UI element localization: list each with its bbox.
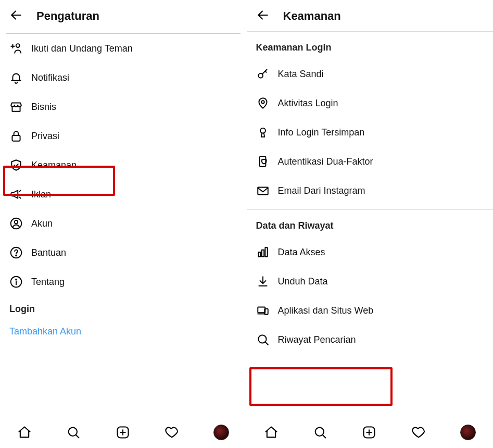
svg-rect-24 bbox=[259, 156, 266, 167]
item-label: Autentikasi Dua-Faktor bbox=[278, 156, 373, 167]
security-screen: Keamanan Keamanan Login Kata Sandi Aktiv… bbox=[247, 0, 494, 448]
search-icon[interactable] bbox=[313, 425, 327, 440]
info-icon bbox=[9, 275, 23, 289]
shield-check-icon bbox=[9, 158, 23, 172]
location-pin-icon bbox=[256, 96, 270, 110]
item-saved-login[interactable]: Info Login Tersimpan bbox=[247, 118, 494, 147]
item-privacy[interactable]: Privasi bbox=[0, 121, 247, 151]
back-icon[interactable] bbox=[9, 8, 23, 24]
svg-point-3 bbox=[16, 44, 20, 47]
svg-line-5 bbox=[20, 190, 21, 191]
item-label: Info Login Tersimpan bbox=[278, 127, 365, 138]
item-security[interactable]: Keamanan bbox=[0, 151, 247, 180]
svg-rect-4 bbox=[12, 135, 20, 141]
link-text: Tambahkan Akun bbox=[9, 326, 81, 337]
item-label: Bantuan bbox=[31, 247, 66, 258]
svg-line-16 bbox=[76, 434, 79, 438]
svg-point-13 bbox=[16, 279, 17, 280]
activity-icon[interactable] bbox=[165, 425, 179, 440]
keyhole-icon bbox=[256, 126, 270, 139]
settings-screen: Pengaturan Ikuti dan Undang Teman Notifi… bbox=[0, 0, 247, 448]
section-data-history: Data dan Riwayat bbox=[247, 210, 494, 238]
bell-icon bbox=[9, 71, 23, 84]
home-icon[interactable] bbox=[17, 425, 32, 440]
svg-point-11 bbox=[16, 255, 17, 256]
download-icon bbox=[256, 275, 270, 288]
bar-chart-icon bbox=[256, 245, 270, 259]
item-label: Notifikasi bbox=[31, 72, 69, 83]
megaphone-icon bbox=[9, 188, 23, 201]
item-ads[interactable]: Iklan bbox=[0, 180, 247, 209]
svg-point-22 bbox=[261, 101, 264, 103]
item-follow-invite[interactable]: Ikuti dan Undang Teman bbox=[0, 34, 247, 63]
item-login-activity[interactable]: Aktivitas Login bbox=[247, 89, 494, 118]
item-label: Email Dari Instagram bbox=[278, 185, 365, 196]
svg-line-37 bbox=[323, 434, 326, 438]
item-label: Keamanan bbox=[31, 160, 77, 171]
svg-rect-31 bbox=[258, 307, 265, 313]
login-heading: Login bbox=[0, 296, 247, 319]
add-person-icon bbox=[9, 42, 23, 55]
add-account-link[interactable]: Tambahkan Akun bbox=[0, 319, 247, 344]
svg-line-7 bbox=[20, 197, 21, 198]
key-icon bbox=[256, 67, 270, 81]
item-download-data[interactable]: Unduh Data bbox=[247, 267, 494, 296]
header: Keamanan bbox=[247, 0, 494, 31]
item-label: Unduh Data bbox=[278, 276, 328, 287]
bottom-nav bbox=[247, 416, 494, 448]
item-label: Riwayat Pencarian bbox=[278, 334, 356, 345]
help-icon bbox=[9, 246, 23, 259]
section-login-security: Keamanan Login bbox=[247, 32, 494, 59]
page-title: Keamanan bbox=[283, 9, 341, 23]
item-label: Privasi bbox=[31, 131, 59, 142]
settings-list: Ikuti dan Undang Teman Notifikasi Bisnis… bbox=[0, 34, 247, 448]
item-label: Akun bbox=[31, 218, 53, 229]
item-label: Kata Sandi bbox=[278, 69, 324, 80]
item-about[interactable]: Tentang bbox=[0, 267, 247, 296]
security-list: Keamanan Login Kata Sandi Aktivitas Logi… bbox=[247, 32, 494, 448]
bottom-nav bbox=[0, 416, 247, 448]
svg-rect-26 bbox=[258, 252, 260, 257]
search-icon bbox=[256, 333, 270, 346]
back-icon[interactable] bbox=[256, 8, 270, 24]
item-apps-websites[interactable]: Aplikasi dan Situs Web bbox=[247, 296, 494, 325]
create-icon[interactable] bbox=[362, 425, 376, 440]
svg-line-35 bbox=[265, 342, 268, 344]
item-label: Iklan bbox=[31, 189, 51, 200]
phone-shield-icon bbox=[256, 155, 270, 168]
item-label: Ikuti dan Undang Teman bbox=[31, 43, 133, 54]
activity-icon[interactable] bbox=[411, 425, 426, 440]
create-icon[interactable] bbox=[116, 425, 130, 440]
item-access-data[interactable]: Data Akses bbox=[247, 238, 494, 267]
item-help[interactable]: Bantuan bbox=[0, 238, 247, 267]
search-icon[interactable] bbox=[66, 425, 81, 440]
item-business[interactable]: Bisnis bbox=[0, 92, 247, 121]
envelope-icon bbox=[256, 184, 270, 197]
svg-rect-25 bbox=[258, 188, 268, 195]
header: Pengaturan bbox=[0, 0, 247, 31]
item-notifications[interactable]: Notifikasi bbox=[0, 63, 247, 92]
page-title: Pengaturan bbox=[36, 9, 99, 23]
profile-avatar[interactable] bbox=[460, 425, 476, 440]
item-emails[interactable]: Email Dari Instagram bbox=[247, 176, 494, 205]
item-label: Aplikasi dan Situs Web bbox=[278, 305, 374, 316]
item-password[interactable]: Kata Sandi bbox=[247, 59, 494, 89]
svg-point-23 bbox=[260, 128, 266, 133]
svg-point-9 bbox=[15, 220, 18, 224]
home-icon[interactable] bbox=[264, 425, 279, 440]
svg-rect-28 bbox=[265, 247, 267, 256]
item-label: Bisnis bbox=[31, 102, 56, 113]
item-two-factor[interactable]: Autentikasi Dua-Faktor bbox=[247, 147, 494, 176]
svg-rect-27 bbox=[261, 250, 263, 257]
item-search-history[interactable]: Riwayat Pencarian bbox=[247, 325, 494, 354]
item-label: Data Akses bbox=[278, 247, 325, 258]
item-label: Tentang bbox=[31, 277, 65, 288]
profile-avatar[interactable] bbox=[213, 425, 229, 440]
item-label: Aktivitas Login bbox=[278, 98, 338, 109]
devices-icon bbox=[256, 304, 270, 317]
lock-icon bbox=[9, 129, 23, 143]
item-account[interactable]: Akun bbox=[0, 209, 247, 238]
account-icon bbox=[9, 217, 23, 230]
storefront-icon bbox=[9, 100, 23, 114]
